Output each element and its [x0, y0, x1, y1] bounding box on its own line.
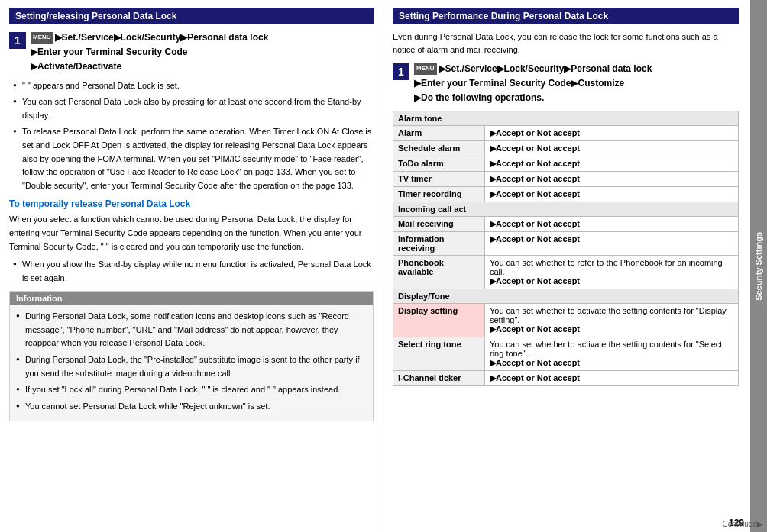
category-display-tone: Display/Tone — [393, 289, 739, 303]
right-intro: Even during Personal Data Lock, you can … — [393, 31, 739, 56]
bullet1: You can set Personal Data Lock also by p… — [13, 95, 374, 122]
table-row: Alarm ▶Accept or Not accept — [393, 125, 739, 140]
information-box: Information During Personal Data Lock, s… — [9, 291, 374, 421]
table-row: Mail receiving ▶Accept or Not accept — [393, 216, 739, 231]
bullet2: To release Personal Data Lock, perform t… — [13, 125, 374, 192]
sidebar-label: Security Settings — [754, 232, 763, 301]
continued-label: Continued▶ — [722, 520, 763, 528]
right-step-number: 1 — [393, 63, 409, 80]
info-item-4: You cannot set Personal Data Lock while … — [16, 400, 367, 414]
temp-bullet1: When you show the Stand-by display while… — [13, 258, 374, 285]
right-content: Setting Performance During Personal Data… — [393, 8, 758, 386]
table-row: TV timer ▶Accept or Not accept — [393, 171, 739, 186]
information-header: Information — [10, 292, 373, 305]
category-incoming-call: Incoming call act — [393, 202, 739, 216]
information-content: During Personal Data Lock, some notifica… — [10, 305, 373, 421]
left-notes: " " appears and Personal Data Lock is se… — [13, 79, 374, 193]
left-panel: Setting/releasing Personal Data Lock 1 M… — [0, 0, 384, 532]
table-row: Select ring tone You can set whether to … — [393, 337, 739, 370]
settings-table: Alarm tone Alarm ▶Accept or Not accept S… — [393, 111, 739, 386]
info-item-2: During Personal Data Lock, the "Pre-inst… — [16, 353, 367, 380]
temp-release-title: To temporally release Personal Data Lock — [9, 198, 374, 209]
left-step-content: MENU▶Set./Service▶Lock/Security▶Personal… — [31, 31, 268, 75]
category-alarm-tone: Alarm tone — [393, 111, 739, 125]
right-step1: 1 MENU▶Set./Service▶Lock/Security▶Person… — [393, 62, 739, 106]
right-menu-icon: MENU — [414, 63, 437, 75]
note1: " " appears and Personal Data Lock is se… — [13, 79, 374, 93]
table-row: Information receiving ▶Accept or Not acc… — [393, 231, 739, 255]
left-step-number: 1 — [9, 32, 26, 49]
right-step-content: MENU▶Set./Service▶Lock/Security▶Personal… — [414, 62, 652, 106]
table-row-display-setting: Display setting You can set whether to a… — [393, 303, 739, 337]
left-step1: 1 MENU▶Set./Service▶Lock/Security▶Person… — [9, 31, 374, 75]
menu-icon: MENU — [31, 32, 53, 44]
table-row: Timer recording ▶Accept or Not accept — [393, 186, 739, 202]
info-item-3: If you set "Lock all" during Personal Da… — [16, 383, 367, 397]
table-row: i-Channel ticker ▶Accept or Not accept — [393, 370, 739, 385]
temp-release-body: When you select a function which cannot … — [9, 213, 374, 253]
table-row: ToDo alarm ▶Accept or Not accept — [393, 156, 739, 171]
table-row: Schedule alarm ▶Accept or Not accept — [393, 140, 739, 156]
right-panel: Setting Performance During Personal Data… — [384, 0, 767, 532]
left-section-title: Setting/releasing Personal Data Lock — [9, 8, 374, 24]
right-section-title: Setting Performance During Personal Data… — [393, 8, 739, 24]
temp-bullets: When you show the Stand-by display while… — [13, 258, 374, 285]
table-row: Phonebook available You can set whether … — [393, 255, 739, 289]
info-item-1: During Personal Data Lock, some notifica… — [16, 310, 367, 350]
sidebar-vertical: Security Settings — [750, 0, 767, 532]
